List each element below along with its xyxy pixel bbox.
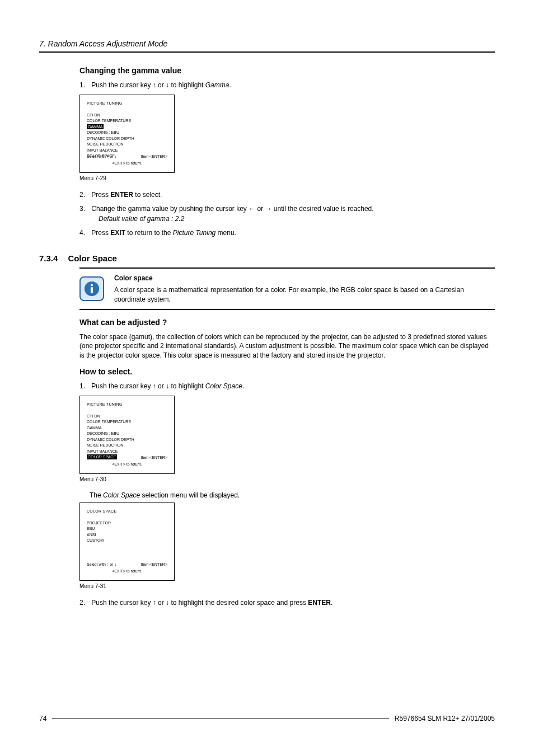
menu30-item-2: GAMMA	[87, 425, 167, 431]
result-text: The Color Space selection menu will be d…	[90, 491, 495, 499]
step4-post: menu.	[216, 229, 236, 237]
menu30-item-3: DECODING : EBU	[87, 431, 167, 437]
doc-id: R5976654 SLM R12+ 27/01/2005	[395, 715, 495, 722]
info-body: A color space is a mathematical represen…	[114, 285, 495, 304]
page-number: 74	[39, 715, 46, 722]
menu31-item-0: PROJECTOR	[87, 520, 167, 527]
menu-7-30: PICTURE TUNING CTI ON COLOR TEMPERATURE …	[79, 396, 175, 474]
menu30-caption: Menu 7-30	[79, 476, 495, 482]
result-pre: The	[90, 491, 103, 499]
menu29-item-1: COLOR TEMPERATURE	[87, 118, 167, 124]
menu29-item-2-hl: GAMMA	[87, 124, 104, 129]
heading-changing-gamma: Changing the gamma value	[79, 66, 495, 75]
menu29-item-4: DYNAMIC COLOR DEPTH	[87, 136, 167, 142]
menu29-title: PICTURE TUNING	[87, 101, 167, 107]
menu31-nav-c: <EXIT> to return.	[87, 569, 167, 575]
page-footer: 74 R5976654 SLM R12+ 27/01/2005	[39, 715, 495, 722]
info-title: Color space	[114, 274, 495, 282]
how-step-1: 1. Push the cursor key ↑ or ↓ to highlig…	[79, 382, 495, 391]
menu29-item-5: NOISE REDUCTION	[87, 142, 167, 148]
menu29-item-3: DECODING : EBU	[87, 130, 167, 136]
step2-bold: ENTER	[110, 191, 133, 199]
menu30-nav-r: then <ENTER>	[141, 455, 167, 461]
menu30-item-1: COLOR TEMPERATURE	[87, 419, 167, 425]
step4-pre: Press	[91, 229, 110, 237]
svg-point-1	[91, 284, 93, 286]
how-step-2: 2. Push the cursor key ↑ or ↓ to highlig…	[79, 598, 495, 608]
menu29-item-6: INPUT BALANCE	[87, 148, 167, 154]
menu31-caption: Menu 7-31	[79, 583, 495, 589]
menu29-nav-r: then <ENTER>	[141, 154, 167, 160]
menu30-nav-l: Select with ↑ or ↓	[87, 455, 116, 461]
how2-pre: Push the cursor key ↑ or ↓ to highlight …	[91, 599, 308, 607]
section-rule-top	[79, 267, 495, 269]
result-post: selection menu will be displayed.	[140, 491, 240, 499]
section-rule-bottom	[79, 309, 495, 310]
how1-em: Color Space	[205, 382, 242, 390]
step-2: 2. Press ENTER to select.	[79, 190, 495, 200]
menu29-item-0: CTI ON	[87, 112, 167, 119]
menu31-title: COLOR SPACE	[87, 509, 167, 515]
menu30-item-6: INPUT BALANCE	[87, 449, 167, 455]
step4-mid: to return to the	[125, 229, 173, 237]
menu31-item-2: ANSI	[87, 532, 167, 538]
step-4: 4. Press EXIT to return to the Picture T…	[79, 228, 495, 238]
section-title: Color Space	[68, 253, 117, 263]
menu29-nav-c: <EXIT> to return.	[87, 161, 167, 167]
step2-pre: Press	[91, 191, 110, 199]
menu30-item-5: NOISE REDUCTION	[87, 443, 167, 449]
step3-note: Default value of gamma : 2.2	[99, 214, 495, 224]
how2-bold: ENTER	[308, 599, 331, 607]
menu31-nav-r: then <ENTER>	[141, 562, 167, 568]
chapter-header: 7. Random Access Adjustment Mode	[39, 39, 495, 48]
menu30-item-0: CTI ON	[87, 414, 167, 420]
step1-pre: Push the cursor key ↑ or ↓ to highlight	[91, 81, 205, 89]
step3-text: Change the gamma value by pushing the cu…	[91, 205, 373, 213]
what-body: The color space (gamut), the collection …	[79, 332, 495, 360]
menu31-nav-l: Select with ↑ or ↓	[87, 562, 116, 568]
footer-rule	[52, 719, 389, 719]
heading-what-adjusted: What can be adjusted ?	[79, 318, 495, 327]
info-icon	[79, 276, 104, 301]
step1-post: .	[229, 81, 231, 89]
info-callout: Color space A color space is a mathemati…	[79, 274, 495, 304]
result-em: Color Space	[103, 491, 140, 499]
menu30-nav-c: <EXIT> to return.	[87, 462, 167, 468]
menu31-item-3: CUSTOM	[87, 538, 167, 544]
menu30-title: PICTURE TUNING	[87, 402, 167, 408]
step4-bold: EXIT	[110, 229, 125, 237]
step1-em: Gamma	[205, 81, 229, 89]
step-3: 3. Change the gamma value by pushing the…	[79, 204, 495, 224]
chapter-rule	[39, 51, 495, 53]
svg-rect-2	[91, 287, 93, 293]
menu30-item-4: DYNAMIC COLOR DEPTH	[87, 437, 167, 443]
menu29-caption: Menu 7-29	[79, 175, 495, 181]
section-number: 7.3.4	[39, 253, 58, 263]
step2-post: to select.	[133, 191, 162, 199]
step4-em: Picture Tuning	[173, 229, 216, 237]
heading-how-select: How to select.	[79, 367, 495, 376]
how1-pre: Push the cursor key ↑ or ↓ to highlight	[91, 382, 205, 390]
how1-post: .	[242, 382, 244, 390]
menu-7-31: COLOR SPACE PROJECTOR EBU ANSI CUSTOM Se…	[79, 503, 175, 581]
menu29-nav-l: Select with ↑ or ↓	[87, 154, 116, 160]
menu31-item-1: EBU	[87, 526, 167, 532]
menu-7-29: PICTURE TUNING CTI ON COLOR TEMPERATURE …	[79, 95, 175, 173]
step-1: 1. Push the cursor key ↑ or ↓ to highlig…	[79, 81, 495, 90]
how2-post: .	[331, 599, 332, 607]
